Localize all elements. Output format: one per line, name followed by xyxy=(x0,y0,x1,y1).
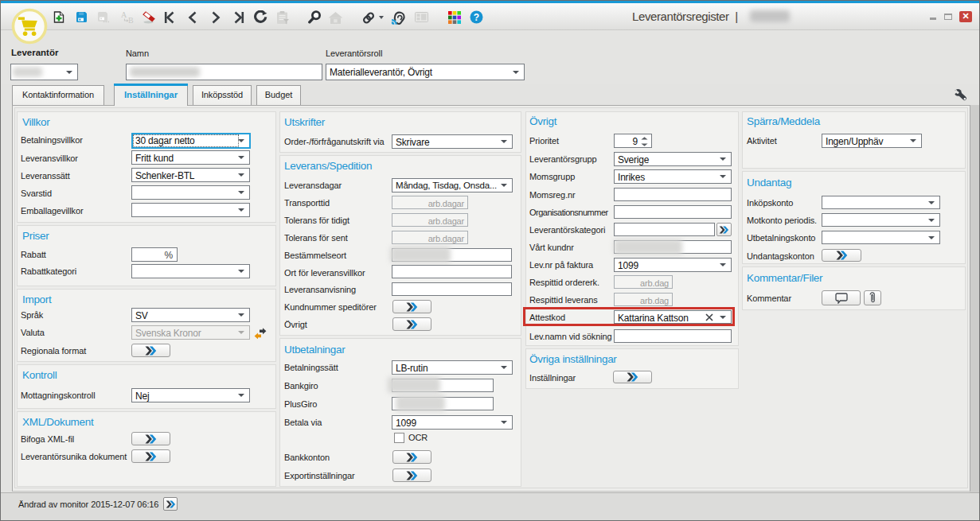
svg-text:A: A xyxy=(121,11,127,19)
svg-text:B: B xyxy=(128,16,134,24)
svg-text:?: ? xyxy=(474,12,479,23)
